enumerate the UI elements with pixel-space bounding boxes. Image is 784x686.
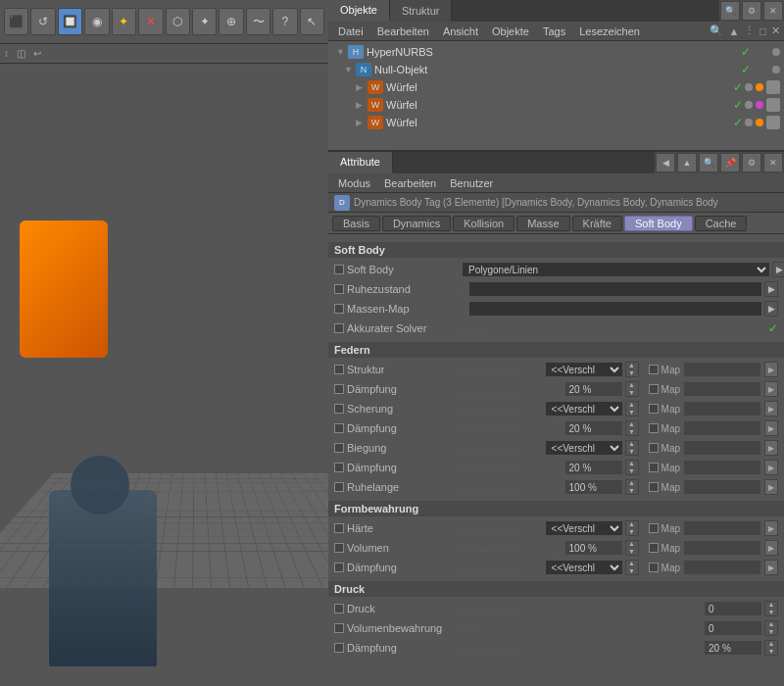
expand-btn[interactable]: ▲ [728, 25, 739, 37]
spinner-struktur[interactable]: ▲▼ [625, 362, 639, 377]
map-input[interactable] [683, 540, 761, 556]
search-icon2[interactable]: 🔍 [699, 153, 718, 172]
btn-ruhezustand[interactable]: ▶ [764, 281, 778, 297]
cb-biegung[interactable] [334, 443, 344, 453]
toolbar-icon-cursor[interactable]: ↖ [300, 8, 324, 35]
scene-area[interactable] [0, 64, 328, 686]
tab-dynamics[interactable]: Dynamics [382, 216, 451, 231]
tree-row-wuerfel-2[interactable]: ▶ W Würfel ✓ [328, 96, 784, 114]
spinner-daempfung-2[interactable]: ▲▼ [625, 420, 639, 436]
input-druck[interactable] [704, 601, 762, 616]
cb-haerte[interactable] [334, 523, 344, 533]
select-softbody[interactable]: Polygone/Linien [462, 262, 770, 277]
map-btn[interactable]: ▶ [764, 420, 778, 436]
menu-ansicht[interactable]: Ansicht [437, 24, 484, 38]
close-btn[interactable]: ✕ [771, 24, 780, 37]
toolbar-icon-spline[interactable]: 〜 [246, 8, 270, 35]
spinner-haerte[interactable]: ▲▼ [625, 520, 639, 536]
tab-basis[interactable]: Basis [332, 216, 380, 231]
tree-row-hypernurbs[interactable]: ▼ H HyperNURBS ✓ [328, 43, 784, 61]
tree-row-null[interactable]: ▼ N Null-Objekt ✓ [328, 61, 784, 78]
pin-icon[interactable]: 📌 [720, 153, 740, 172]
window-btn[interactable]: □ [760, 25, 766, 37]
map-btn[interactable]: ▶ [764, 479, 778, 495]
map-btn[interactable]: ▶ [764, 460, 778, 475]
cb-softbody[interactable] [334, 265, 344, 274]
map-input[interactable] [683, 381, 761, 397]
menu-lesezeichen[interactable]: Lesezeichen [573, 24, 646, 38]
map-cb[interactable] [649, 563, 659, 572]
map-btn[interactable]: ▶ [764, 540, 778, 556]
visibility-check[interactable]: ✓ [733, 116, 743, 129]
settings-icon[interactable]: ⚙ [742, 1, 761, 21]
toolbar-icon-nurbs[interactable]: 🔲 [58, 8, 82, 35]
tab-objekte[interactable]: Objekte [328, 0, 390, 22]
cb-volumen[interactable] [334, 543, 344, 553]
toolbar-icon-cube[interactable]: ⬛ [4, 8, 28, 35]
cb-daempfung-1[interactable] [334, 384, 344, 394]
map-input[interactable] [683, 420, 761, 436]
map-cb[interactable] [649, 384, 659, 394]
map-btn[interactable]: ▶ [764, 560, 778, 575]
tab-kraefte[interactable]: Kräfte [572, 216, 622, 231]
settings-icon2[interactable]: ⚙ [742, 153, 761, 172]
rotate-icon[interactable]: ↩ [33, 48, 41, 59]
tab-softbody[interactable]: Soft Body [624, 216, 693, 231]
cb-daempfung-3[interactable] [334, 463, 344, 472]
visibility-check[interactable]: ✓ [741, 45, 751, 59]
tab-kollision[interactable]: Kollision [453, 216, 514, 231]
toolbar-icon-hex[interactable]: ⬡ [166, 8, 190, 35]
menu-tags[interactable]: Tags [537, 24, 571, 38]
sort-icon[interactable]: ⋮ [744, 24, 755, 37]
toolbar-icon-help[interactable]: ? [272, 8, 297, 35]
tab-cache[interactable]: Cache [695, 216, 748, 231]
arrow-up-icon[interactable]: ▲ [677, 153, 697, 172]
cb-daempfung-form[interactable] [334, 563, 344, 572]
map-cb-struktur[interactable] [649, 365, 659, 374]
tab-attribute[interactable]: Attribute [328, 152, 393, 173]
map-cb[interactable] [649, 463, 659, 472]
cb-massenmap[interactable] [334, 304, 344, 314]
map-btn-struktur[interactable]: ▶ [764, 362, 778, 377]
select-haerte[interactable]: <<Verschl [545, 520, 623, 536]
map-cb[interactable] [649, 523, 659, 533]
menu-datei[interactable]: Datei [332, 24, 369, 38]
input-daempfung-3[interactable] [564, 460, 623, 475]
expand-arrow[interactable]: ▶ [356, 118, 368, 127]
attr-menu-modus[interactable]: Modus [332, 176, 376, 190]
search-icon[interactable]: 🔍 [720, 1, 740, 21]
cb-akkurater[interactable] [334, 323, 344, 333]
toolbar-icon-circle[interactable]: ◉ [84, 8, 109, 35]
map-input[interactable] [683, 560, 761, 575]
toolbar-icon-target[interactable]: ⊕ [219, 8, 243, 35]
toolbar-icon-plus[interactable]: ✦ [192, 8, 217, 35]
spinner-daempfung-form[interactable]: ▲▼ [625, 560, 639, 575]
spinner-volumenbewahrung[interactable]: ▲▼ [764, 620, 778, 636]
cb-volumenbewahrung[interactable] [334, 623, 344, 633]
search-toggle[interactable]: 🔍 [710, 24, 723, 37]
spinner-daempfung-3[interactable]: ▲▼ [625, 460, 639, 475]
map-cb[interactable] [649, 443, 659, 453]
move-icon[interactable]: ↕ [4, 48, 9, 59]
menu-objekte[interactable]: Objekte [486, 24, 535, 38]
input-daempfung-druck[interactable] [704, 640, 762, 656]
map-btn[interactable]: ▶ [764, 401, 778, 416]
spinner-scherung[interactable]: ▲▼ [625, 401, 639, 416]
cb-druck[interactable] [334, 604, 344, 613]
map-cb[interactable] [649, 423, 659, 433]
menu-bearbeiten[interactable]: Bearbeiten [371, 24, 435, 38]
map-input[interactable] [683, 460, 761, 475]
map-input[interactable] [683, 520, 761, 536]
map-input[interactable] [683, 440, 761, 456]
tree-row-wuerfel-3[interactable]: ▶ W Würfel ✓ [328, 114, 784, 131]
map-input[interactable] [683, 401, 761, 416]
spinner-ruhelange[interactable]: ▲▼ [625, 479, 639, 495]
cb-ruhezustand[interactable] [334, 284, 344, 294]
input-daempfung-1[interactable] [564, 381, 623, 397]
map-btn[interactable]: ▶ [764, 440, 778, 456]
expand-arrow[interactable]: ▶ [356, 100, 368, 110]
zoom-icon[interactable]: ◫ [17, 48, 25, 59]
input-volumen[interactable] [564, 540, 623, 556]
map-btn[interactable]: ▶ [764, 520, 778, 536]
visibility-check[interactable]: ✓ [733, 80, 743, 94]
